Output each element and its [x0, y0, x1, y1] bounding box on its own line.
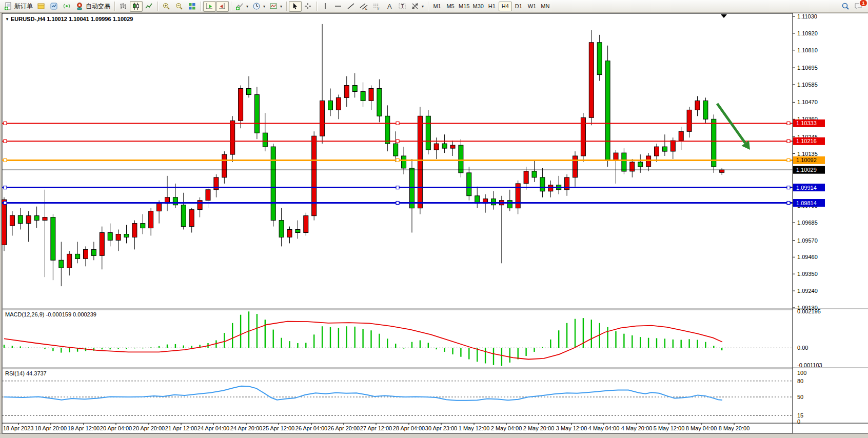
- text-button[interactable]: A: [383, 1, 396, 12]
- templates-button[interactable]: ▾: [267, 1, 284, 12]
- trendline-button[interactable]: [345, 1, 358, 12]
- line-handle[interactable]: [787, 140, 790, 143]
- svg-text:0.00: 0.00: [797, 345, 808, 351]
- dropdown-caret-icon[interactable]: ▾: [280, 4, 282, 9]
- svg-text:1.10029: 1.10029: [796, 167, 817, 173]
- auto-trading-button-label: 自动交易: [86, 2, 110, 11]
- svg-text:27 Apr 12:00: 27 Apr 12:00: [360, 425, 392, 431]
- indicators-icon: [235, 2, 244, 11]
- svg-text:8 May 04:00: 8 May 04:00: [686, 425, 717, 431]
- dropdown-caret-icon[interactable]: ▾: [263, 4, 265, 9]
- cursor-button[interactable]: [289, 1, 302, 12]
- dropdown-caret-icon[interactable]: ▾: [246, 4, 248, 9]
- shapes-button[interactable]: ▾: [409, 1, 426, 12]
- svg-text:18 Apr 20:00: 18 Apr 20:00: [35, 425, 67, 431]
- hline-icon: [334, 2, 343, 11]
- line-handle[interactable]: [396, 202, 399, 205]
- zoom-in-button[interactable]: [160, 1, 173, 12]
- chart-canvas[interactable]: 1.110301.109201.108101.106951.105851.104…: [0, 0, 868, 438]
- svg-text:21 Apr 12:00: 21 Apr 12:00: [165, 425, 197, 431]
- bar-chart-button[interactable]: [117, 1, 130, 12]
- symbol-dropdown-icon[interactable]: ▼: [5, 17, 9, 22]
- auto-scroll-icon: [205, 2, 214, 11]
- shapes-icon: [411, 2, 420, 11]
- label-button[interactable]: T: [396, 1, 409, 12]
- svg-text:3 May 12:00: 3 May 12:00: [556, 425, 587, 431]
- chart-shift-button[interactable]: [216, 1, 229, 12]
- timeframe-m15-button[interactable]: M15: [457, 2, 471, 11]
- svg-text:1.10470: 1.10470: [797, 99, 818, 105]
- fibonacci-button[interactable]: F: [370, 1, 383, 12]
- toolbar: 新订单自动交易▾▾▾EFAT▾M1M5M15M30H1H4D1W1MN 1: [0, 0, 868, 13]
- auto-scroll-button[interactable]: [203, 1, 216, 12]
- zoom-out-button[interactable]: [173, 1, 186, 12]
- auto-trading-button[interactable]: 自动交易: [73, 1, 112, 12]
- line-handle[interactable]: [396, 122, 399, 125]
- timeframe-h4-button[interactable]: H4: [499, 2, 512, 11]
- timeframe-m1-button[interactable]: M1: [430, 2, 444, 11]
- svg-text:25 Apr 12:00: 25 Apr 12:00: [263, 425, 294, 431]
- timeframe-w1-button[interactable]: W1: [525, 2, 539, 11]
- svg-text:1.10216: 1.10216: [796, 138, 817, 144]
- tile-windows-button[interactable]: [186, 1, 199, 12]
- line-handle[interactable]: [4, 140, 7, 143]
- channel-button[interactable]: E: [358, 1, 370, 12]
- line-handle[interactable]: [4, 122, 7, 125]
- line-handle[interactable]: [396, 140, 399, 143]
- line-chart-button[interactable]: [143, 1, 155, 12]
- periods-button[interactable]: ▾: [250, 1, 267, 12]
- line-handle[interactable]: [787, 122, 790, 125]
- line-handle[interactable]: [396, 158, 399, 162]
- vline-icon: [321, 2, 330, 11]
- signals-button[interactable]: [61, 1, 73, 12]
- line-handle[interactable]: [4, 202, 7, 205]
- line-handle[interactable]: [4, 186, 7, 189]
- toolbar-separator: [157, 2, 158, 11]
- line-handle[interactable]: [787, 158, 790, 162]
- svg-text:1.11030: 1.11030: [797, 13, 817, 19]
- zoom-out-icon: [175, 2, 184, 11]
- horizontal-line-button[interactable]: [332, 1, 345, 12]
- textT-icon: T: [398, 2, 407, 11]
- svg-text:5 May 12:00: 5 May 12:00: [654, 425, 685, 431]
- profiles-button[interactable]: [48, 1, 61, 12]
- rsi-label: RSI(14) 44.3737: [5, 370, 47, 376]
- toolbar-separator: [231, 2, 231, 11]
- timeframe-m30-button[interactable]: M30: [471, 2, 485, 11]
- auto-trading-icon: [75, 2, 84, 11]
- timeframe-d1-button[interactable]: D1: [512, 2, 525, 11]
- line-handle[interactable]: [787, 186, 790, 189]
- svg-text:1.09685: 1.09685: [797, 220, 818, 226]
- new-order-button[interactable]: 新订单: [2, 1, 35, 12]
- svg-text:19 Apr 12:00: 19 Apr 12:00: [68, 425, 100, 431]
- toolbar-separator: [428, 2, 428, 11]
- search-button[interactable]: [839, 1, 852, 12]
- line-handle[interactable]: [787, 202, 790, 205]
- svg-text:24 Apr 04:00: 24 Apr 04:00: [198, 425, 229, 431]
- timeframe-h1-button[interactable]: H1: [485, 2, 499, 11]
- svg-text:1.09814: 1.09814: [796, 200, 817, 206]
- svg-text:1.10333: 1.10333: [796, 120, 817, 126]
- svg-text:0: 0: [797, 419, 800, 425]
- svg-text:1.09460: 1.09460: [797, 254, 818, 260]
- crosshair-button[interactable]: [302, 1, 314, 12]
- chart-window[interactable]: [2, 13, 868, 433]
- timeframe-mn-button[interactable]: MN: [539, 2, 552, 11]
- price-badge-1.10092: 1.10092: [793, 156, 825, 164]
- indicators-button[interactable]: ▾: [233, 1, 250, 12]
- dropdown-caret-icon[interactable]: ▾: [422, 4, 424, 9]
- candlestick-chart-button[interactable]: [130, 1, 143, 12]
- template-icon: [269, 2, 278, 11]
- chat-button[interactable]: 1: [852, 1, 865, 12]
- svg-text:30 Apr 23:00: 30 Apr 23:00: [425, 425, 457, 431]
- line-handle[interactable]: [396, 186, 399, 189]
- new-chart-button[interactable]: [35, 1, 48, 12]
- timeframe-m5-button[interactable]: M5: [444, 2, 457, 11]
- svg-text:4 May 20:00: 4 May 20:00: [621, 425, 653, 431]
- symbol-quote-line[interactable]: ▼EURUSD-,H4 1.10012 1.10041 1.09996 1.10…: [5, 16, 133, 22]
- svg-text:1.10585: 1.10585: [797, 82, 818, 88]
- svg-text:26 Apr 04:00: 26 Apr 04:00: [295, 425, 327, 431]
- vertical-line-button[interactable]: [319, 1, 332, 12]
- line-handle[interactable]: [4, 158, 7, 162]
- svg-text:1 May 12:00: 1 May 12:00: [459, 425, 490, 431]
